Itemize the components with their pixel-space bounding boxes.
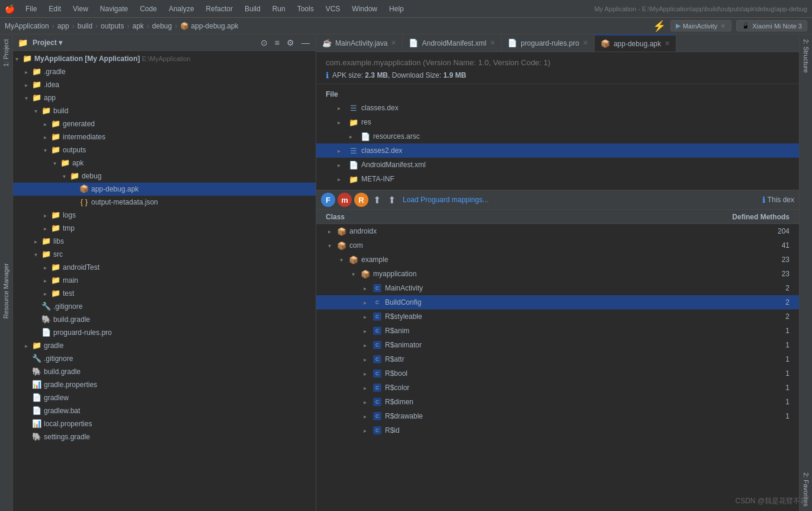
menu-edit[interactable]: Edit [45,4,65,14]
tree-item-idea[interactable]: ▸📁.idea [13,78,316,91]
class-row-RBool[interactable]: ▸CR$bool1 [316,366,799,381]
tree-item-local-properties[interactable]: 📊local.properties [13,417,316,430]
tree-item-app[interactable]: ▾📁app [13,91,316,104]
run-config-selector[interactable]: ▶ MainActivity ▼ [670,20,732,31]
menu-tools[interactable]: Tools [294,4,317,14]
file-tree-item-resources-arsc[interactable]: ▸📄resources.arsc [316,129,799,143]
class-row-RDimen[interactable]: ▸CR$dimen1 [316,395,799,409]
class-row-RStyleable[interactable]: ▸CR$styleable2 [316,309,799,324]
class-row-MainActivity[interactable]: ▸CMainActivity2 [316,281,799,295]
tree-item-gradle-folder[interactable]: ▸📁gradle [13,339,316,352]
tab-proguard[interactable]: 📄 proguard-rules.pro ✕ [502,34,595,52]
file-tree-item-android-manifest-apk[interactable]: ▸📄AndroidManifest.xml [316,158,799,172]
class-row-RAttr[interactable]: ▸CR$attr1 [316,352,799,366]
class-row-RAnim[interactable]: ▸CR$anim1 [316,324,799,338]
menu-window[interactable]: Window [348,4,381,14]
class-row-RAnimator[interactable]: ▸CR$animator1 [316,338,799,352]
tree-item-logs[interactable]: ▸📁logs [13,209,316,222]
file-tree-item-classes-dex[interactable]: ▸☰classes.dex [316,101,799,115]
settings-icon[interactable]: ⚙ [285,37,296,49]
dex-export2-button[interactable]: ⬆ [386,193,398,207]
tree-item-settings-gradle[interactable]: 🐘settings.gradle [13,430,316,443]
tree-item-intermediates[interactable]: ▸📁intermediates [13,130,316,143]
tab-android-manifest-close[interactable]: ✕ [490,39,495,47]
tree-item-root[interactable]: ▾📁MyApplication [My Application] E:\MyAp… [13,52,316,65]
class-row-RColor[interactable]: ▸CR$color1 [316,381,799,395]
tree-item-gitignore-root[interactable]: 🔧.gitignore [13,352,316,365]
breadcrumb-build[interactable]: build [78,22,92,30]
menu-build[interactable]: Build [241,4,264,14]
window-title: My Application - E:\MyApplication\app\bu… [594,5,807,12]
breadcrumb-apkfile[interactable]: 📦 app-debug.apk [180,22,238,30]
class-row-RId[interactable]: ▸CR$id [316,423,799,437]
class-row-com[interactable]: ▾📦com41 [316,238,799,253]
minimize-icon[interactable]: — [300,37,311,49]
dex-export-button[interactable]: ⬆ [371,193,383,207]
class-row-BuildConfig[interactable]: ▸CBuildConfig2 [316,295,799,309]
dex-filter-m-button[interactable]: m [338,193,352,207]
ft-icon-dex: ☰ [348,104,359,113]
tab-proguard-close[interactable]: ✕ [583,39,588,47]
tab-main-activity[interactable]: ☕ MainActivity.java ✕ [316,34,403,52]
tree-item-outputs[interactable]: ▾📁outputs [13,143,316,157]
tree-item-generated[interactable]: ▸📁generated [13,117,316,130]
menu-file[interactable]: File [22,4,40,14]
breadcrumb-myapp[interactable]: MyApplication [5,22,49,30]
breadcrumb-outputs[interactable]: outputs [101,22,124,30]
menu-help[interactable]: Help [386,4,407,14]
tab-app-debug-close[interactable]: ✕ [665,40,670,47]
tree-item-gradle[interactable]: ▸📁.gradle [13,65,316,78]
device-selector[interactable]: 📱 Xiaomi Mi Note 3 [736,20,807,31]
tree-icon-apk: 📦 [79,184,89,194]
tree-item-build-gradle-app[interactable]: 🐘build.gradle [13,313,316,326]
tree-item-gradlew-bat[interactable]: 📄gradlew.bat [13,404,316,417]
sync-icon[interactable]: ⊙ [259,37,269,49]
file-tree-item-meta-inf[interactable]: ▸📁META-INF [316,172,799,186]
tab-main-activity-close[interactable]: ✕ [391,39,396,47]
class-row-example[interactable]: ▾📦example23 [316,253,799,267]
breadcrumb-apk[interactable]: apk [132,22,143,30]
tab-android-manifest[interactable]: 📄 AndroidManifest.xml ✕ [403,34,502,52]
class-row-myapplication[interactable]: ▾📦myapplication23 [316,267,799,281]
tree-item-androidTest[interactable]: ▸📁androidTest [13,261,316,274]
menu-vcs[interactable]: VCS [322,4,344,14]
tree-item-build[interactable]: ▾📁build [13,104,316,117]
project-tab-label[interactable]: 1: Project [0,34,12,71]
tree-item-gradlew[interactable]: 📄gradlew [13,391,316,404]
structure-tab[interactable]: 2: Structure [800,34,812,78]
file-tree-item-classes2-dex[interactable]: ▸☰classes2.dex [316,143,799,158]
tree-item-tmp[interactable]: ▸📁tmp [13,222,316,235]
breadcrumb-app[interactable]: app [57,22,69,30]
load-proguard-button[interactable]: Load Proguard mappings... [403,196,489,204]
breadcrumb-debug[interactable]: debug [152,22,172,30]
tree-item-proguard-rules[interactable]: 📄proguard-rules.pro [13,326,316,339]
tree-item-test[interactable]: ▸📁test [13,287,316,300]
menu-run[interactable]: Run [269,4,289,14]
menu-code[interactable]: Code [136,4,161,14]
tree-item-app-debug-apk[interactable]: 📦app-debug.apk [13,183,316,196]
tree-item-main[interactable]: ▸📁main [13,274,316,287]
tree-item-libs[interactable]: ▸📁libs [13,235,316,248]
filter-icon[interactable]: ≡ [274,37,281,49]
resource-manager-tab[interactable]: Resource Manager [0,258,12,324]
class-methods-RAnimator: 1 [707,341,789,349]
tree-item-build-gradle-root[interactable]: 🐘build.gradle [13,365,316,378]
tree-item-src[interactable]: ▾📁src [13,248,316,261]
class-name-RAnimator: R$animator [385,341,707,349]
navigate-back-icon[interactable]: ⚡ [653,20,666,33]
dex-filter-f-button[interactable]: F [321,193,335,207]
file-tree-item-res[interactable]: ▸📁res [316,115,799,129]
tree-item-output-metadata[interactable]: { }output-metadata.json [13,196,316,209]
tree-item-debug-folder[interactable]: ▾📁debug [13,170,316,183]
dex-filter-r-button[interactable]: R [354,193,368,207]
tree-item-gitignore-app[interactable]: 🔧.gitignore [13,300,316,313]
class-row-RDrawable[interactable]: ▸CR$drawable1 [316,409,799,423]
menu-analyze[interactable]: Analyze [165,4,198,14]
tree-item-apk[interactable]: ▾📁apk [13,157,316,170]
menu-navigate[interactable]: Navigate [97,4,131,14]
tab-app-debug[interactable]: 📦 app-debug.apk ✕ [595,34,676,52]
menu-view[interactable]: View [69,4,92,14]
tree-item-gradle-properties[interactable]: 📊gradle.properties [13,378,316,391]
menu-refactor[interactable]: Refactor [203,4,236,14]
class-row-androidx[interactable]: ▸📦androidx204 [316,224,799,238]
